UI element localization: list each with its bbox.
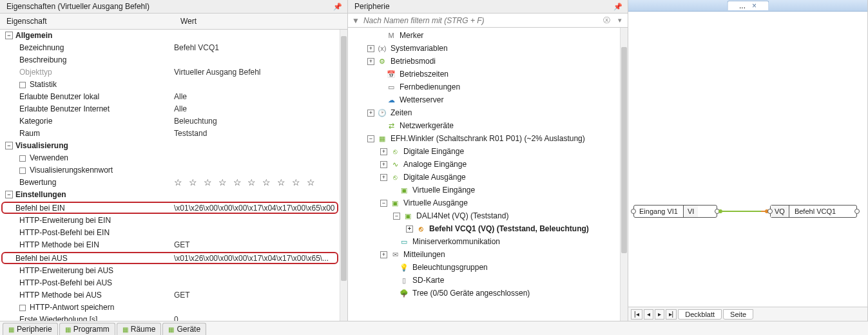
pin-icon[interactable]: 📌 (333, 3, 342, 11)
rating-stars[interactable]: ☆ ☆ ☆ ☆ ☆ ☆ ☆ ☆ ☆ ☆ (174, 177, 337, 187)
collapse-icon[interactable]: − (380, 200, 387, 207)
nav-first-icon[interactable]: |◂ (631, 309, 642, 320)
scrollbar[interactable] (340, 30, 347, 321)
sdcard-icon: ▯ (399, 276, 409, 285)
group-visualisierung[interactable]: −Visualisierung (0, 140, 340, 152)
row-http-meth-aus[interactable]: HTTP Methode bei AUSGET (0, 289, 340, 302)
tree-beleuchtung[interactable]: 💡Beleuchtungsgruppen (348, 261, 628, 274)
expand-icon[interactable]: + (380, 174, 387, 181)
tree-fernbed[interactable]: ▭Fernbedienungen (348, 81, 628, 93)
tree-mitteilungen[interactable]: +✉Mitteilungen (348, 248, 628, 261)
row-bezeichnung[interactable]: BezeichnungBefehl VCQ1 (0, 42, 340, 54)
group-allgemein[interactable]: −Allgemein (0, 30, 340, 42)
scrollbar[interactable] (620, 28, 628, 321)
tree-efh[interactable]: −▦EFH.Winkler (Schaltschrank R01 P01) (~… (348, 132, 628, 145)
row-statistik[interactable]: Statistik (0, 79, 340, 91)
row-befehl-ein[interactable]: Befehl bei EIN\x01\x26\x00\x00\x00\x17\x… (1, 202, 338, 214)
tree-tree[interactable]: 🌳Tree (0/50 Geräte angeschlossen) (348, 287, 628, 300)
comm-icon: ▭ (399, 237, 409, 246)
expand-icon[interactable]: − (5, 32, 13, 39)
collapse-icon[interactable]: − (393, 213, 400, 220)
properties-header: Eigenschaften (Virtueller Ausgang Befehl… (0, 0, 347, 14)
row-erste-wdh[interactable]: Erste Wiederholung [s]0 (0, 314, 340, 321)
scrollbar-thumb[interactable] (341, 36, 347, 281)
row-befehl-aus[interactable]: Befehl bei AUS\x01\x26\x00\x00\x00\x17\x… (1, 252, 338, 264)
tree-merker[interactable]: MMerker (348, 29, 628, 42)
tree-v-out[interactable]: −▣Virtuelle Ausgänge (348, 196, 628, 209)
tree-dig-out[interactable]: +⎋Digitale Ausgänge (348, 171, 628, 184)
nav-prev-icon[interactable]: ◂ (644, 309, 653, 320)
port-icon[interactable] (631, 209, 636, 214)
pin-icon[interactable]: 📌 (613, 3, 622, 11)
group-einstellungen[interactable]: −Einstellungen (0, 189, 340, 201)
tree-betriebsmodi[interactable]: +⚙Betriebsmodi (348, 55, 628, 68)
sheet-deckblatt[interactable]: Deckblatt (678, 309, 722, 320)
message-icon: ✉ (390, 250, 400, 259)
sheet-seite[interactable]: Seite (723, 309, 753, 320)
expand-icon[interactable]: + (367, 110, 374, 117)
row-http-ext-ein[interactable]: HTTP-Erweiterung bei EIN (0, 215, 340, 227)
expand-icon[interactable]: − (5, 191, 13, 198)
tree-befehl-selected[interactable]: +⎋Befehl VCQ1 (VQ) (Teststand, Beleuchtu… (348, 222, 628, 235)
port-icon[interactable] (767, 209, 773, 214)
block-befehl[interactable]: VQ Befehl VCQ1 (770, 205, 857, 218)
nav-last-icon[interactable]: ▸| (666, 309, 677, 320)
col-property[interactable]: Eigenschaft (0, 15, 174, 27)
row-http-post-ein[interactable]: HTTP-Post-Befehl bei EIN (0, 227, 340, 239)
close-icon[interactable]: × (752, 1, 757, 10)
filter-icon: ▼ (352, 16, 360, 25)
light-icon: 💡 (399, 263, 409, 272)
row-bewertung[interactable]: Bewertung☆ ☆ ☆ ☆ ☆ ☆ ☆ ☆ ☆ ☆ (0, 177, 340, 189)
expand-icon[interactable]: + (380, 148, 387, 155)
digital-out-icon: ⎋ (390, 173, 400, 182)
clear-search-icon[interactable]: ⓧ (601, 15, 612, 25)
tree-v-in[interactable]: ▣Virtuelle Eingänge (348, 184, 628, 196)
expand-icon[interactable]: + (406, 225, 413, 233)
expand-icon[interactable]: + (367, 58, 374, 65)
expand-icon[interactable]: − (5, 142, 13, 149)
expand-icon[interactable]: + (380, 251, 387, 258)
row-http-post-aus[interactable]: HTTP-Post-Befehl bei AUS (0, 277, 340, 289)
collapse-icon[interactable]: − (367, 135, 374, 142)
tree-dig-in[interactable]: +⎋Digitale Eingänge (348, 145, 628, 158)
row-http-ext-aus[interactable]: HTTP-Erweiterung bei AUS (0, 265, 340, 277)
row-http-save[interactable]: HTTP-Antwort speichern (0, 302, 340, 314)
row-verwenden[interactable]: Verwenden (0, 152, 340, 164)
search-input[interactable] (363, 16, 597, 25)
tree-sdkarte[interactable]: ▯SD-Karte (348, 274, 628, 287)
row-beschreibung[interactable]: Beschreibung (0, 54, 340, 66)
checkbox-icon[interactable] (19, 168, 26, 174)
tree-zeiten[interactable]: +🕑Zeiten (348, 106, 628, 119)
expand-icon[interactable]: + (367, 45, 374, 52)
tree-ana-in[interactable]: +∿Analoge Eingänge (348, 158, 628, 171)
diagram-canvas[interactable]: Eingang VI1 VI VQ Befehl VCQ1 (628, 12, 867, 321)
expand-icon[interactable]: + (380, 161, 387, 168)
document-tab[interactable]: ...× (727, 1, 769, 10)
tree-dali[interactable]: −▣DALI4Net (VQ) (Teststand) (348, 209, 628, 222)
virtual-in-icon: ▣ (399, 186, 409, 195)
checkbox-icon[interactable] (19, 82, 26, 88)
row-raum[interactable]: RaumTeststand (0, 128, 340, 140)
search-dropdown-icon[interactable]: ▾ (616, 16, 624, 24)
row-erl-internet[interactable]: Erlaubte Benutzer InternetAlle (0, 103, 340, 115)
tree-wetter[interactable]: ☁Wetterserver (348, 93, 628, 106)
row-http-meth-ein[interactable]: HTTP Methode bei EINGET (0, 239, 340, 251)
nav-next-icon[interactable]: ▸ (655, 309, 664, 320)
tree-sysvar[interactable]: +(x)Systemvariablen (348, 42, 628, 55)
scrollbar-thumb[interactable] (621, 47, 627, 253)
col-value[interactable]: Wert (174, 15, 347, 27)
block-eingang[interactable]: Eingang VI1 VI (633, 205, 717, 218)
tree-miniserver[interactable]: ▭Miniserverkommunikation (348, 235, 628, 248)
tree-netzwerk[interactable]: ⇄Netzwerkgeräte (348, 119, 628, 132)
row-erl-lokal[interactable]: Erlaubte Benutzer lokalAlle (0, 91, 340, 103)
tree-betriebszeiten[interactable]: 📅Betriebszeiten (348, 68, 628, 81)
analog-in-icon: ∿ (390, 160, 400, 169)
calendar-icon: 📅 (386, 70, 396, 79)
search-row: ▼ ⓧ ▾ (348, 14, 628, 28)
row-kategorie[interactable]: KategorieBeleuchtung (0, 115, 340, 128)
port-icon[interactable] (854, 209, 860, 214)
checkbox-icon[interactable] (19, 305, 26, 311)
row-vis-kennwort[interactable]: Visualisierungskennwort (0, 164, 340, 177)
properties-panel: Eigenschaften (Virtueller Ausgang Befehl… (0, 0, 348, 321)
checkbox-icon[interactable] (19, 155, 26, 162)
